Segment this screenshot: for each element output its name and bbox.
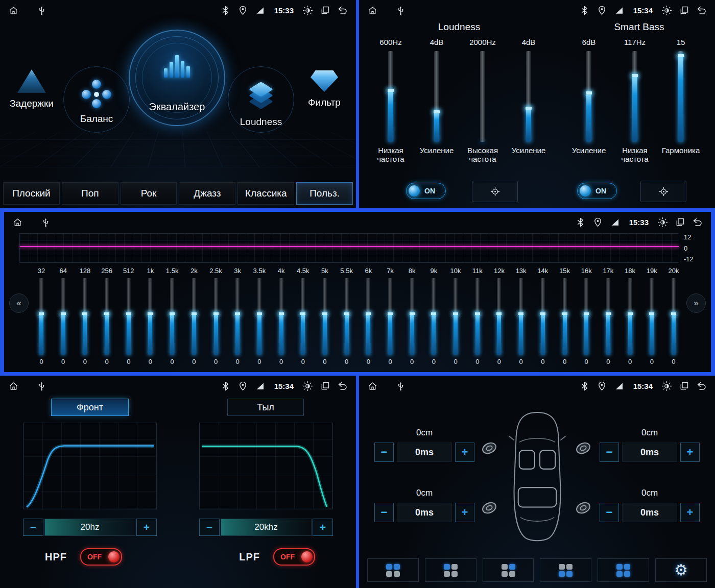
seat-config-button-4[interactable] — [540, 558, 591, 582]
lpf-increase-button[interactable]: + — [313, 519, 333, 536]
tab-rear[interactable]: Тыл — [227, 399, 304, 416]
brightness-icon[interactable] — [661, 5, 672, 16]
recent-apps-icon[interactable] — [679, 5, 689, 16]
band-slider-track[interactable] — [127, 278, 131, 355]
preset-tab-rock[interactable]: Рок — [121, 182, 177, 205]
back-icon[interactable] — [337, 5, 348, 16]
slider-track[interactable] — [434, 51, 439, 142]
band-slider-track[interactable] — [454, 278, 458, 355]
preset-tab-pop[interactable]: Поп — [62, 182, 118, 205]
hpf-decrease-button[interactable]: − — [23, 519, 43, 536]
band-slider-track[interactable] — [519, 278, 523, 355]
band-slider-track[interactable] — [432, 278, 436, 355]
slider-track[interactable] — [526, 51, 531, 142]
brightness-icon[interactable] — [302, 5, 313, 16]
delay-settings-button[interactable]: ⚙ — [655, 558, 707, 582]
recent-apps-icon[interactable] — [679, 381, 689, 391]
smartbass-tune-button[interactable] — [640, 181, 686, 202]
slider-label: Усиление — [572, 146, 606, 164]
lpf-off-toggle[interactable]: OFF — [273, 548, 315, 566]
preset-tab-flat[interactable]: Плоский — [3, 182, 60, 205]
preset-tab-user[interactable]: Польз. — [296, 182, 353, 205]
lpf-value-bar[interactable]: 20khz — [221, 519, 312, 536]
seat-config-button-5[interactable] — [598, 558, 649, 582]
loudness-on-toggle[interactable]: ON — [406, 183, 446, 199]
decrease-button[interactable]: − — [374, 503, 394, 522]
home-icon[interactable] — [12, 217, 23, 228]
band-slider-track[interactable] — [541, 278, 545, 355]
back-icon[interactable] — [692, 217, 703, 228]
band-slider-track[interactable] — [83, 278, 87, 355]
recent-apps-icon[interactable] — [320, 381, 330, 391]
band-slider-track[interactable] — [148, 278, 152, 355]
band-slider-track[interactable] — [563, 278, 567, 355]
seat-config-button-2[interactable] — [425, 558, 476, 582]
band-slider-track[interactable] — [323, 278, 327, 355]
band-value: 0 — [323, 358, 326, 365]
smartbass-on-toggle[interactable]: ON — [577, 183, 617, 199]
increase-button[interactable]: + — [680, 443, 700, 462]
band-slider-track[interactable] — [366, 278, 370, 355]
band-slider-track[interactable] — [650, 278, 654, 355]
band-slider-track[interactable] — [170, 278, 174, 355]
band-slider-track[interactable] — [214, 278, 218, 355]
home-icon[interactable] — [367, 5, 378, 16]
slider-track[interactable] — [388, 51, 393, 142]
back-icon[interactable] — [696, 381, 707, 391]
band-slider-track[interactable] — [235, 278, 240, 355]
home-icon[interactable] — [367, 381, 378, 391]
band-slider-track[interactable] — [192, 278, 196, 355]
next-page-button[interactable]: » — [686, 293, 706, 313]
band-slider-track[interactable] — [475, 278, 480, 355]
menu-item-filter[interactable]: Фильтр — [298, 68, 350, 108]
loudness-tune-button[interactable] — [472, 181, 518, 202]
brightness-icon[interactable] — [661, 381, 672, 391]
decrease-button[interactable]: − — [374, 443, 394, 462]
preset-tab-classic[interactable]: Классика — [237, 182, 294, 205]
recent-apps-icon[interactable] — [675, 217, 685, 228]
tab-front[interactable]: Фронт — [51, 399, 129, 416]
hpf-off-toggle[interactable]: OFF — [80, 548, 122, 566]
band-slider-track[interactable] — [410, 278, 414, 355]
brightness-icon[interactable] — [657, 217, 668, 228]
slider-track[interactable] — [632, 51, 637, 142]
back-icon[interactable] — [696, 5, 707, 16]
band-slider-track[interactable] — [105, 278, 109, 355]
increase-button[interactable]: + — [455, 443, 474, 462]
recent-apps-icon[interactable] — [320, 5, 330, 16]
increase-button[interactable]: + — [455, 503, 474, 522]
band-slider-track[interactable] — [584, 278, 588, 355]
prev-page-button[interactable]: « — [9, 293, 29, 313]
slider-track[interactable] — [586, 51, 591, 142]
decrease-button[interactable]: − — [600, 503, 619, 522]
band-slider-track[interactable] — [628, 278, 632, 355]
band-slider-track[interactable] — [61, 278, 65, 355]
menu-item-equalizer-selected[interactable]: Эквалайзер — [130, 30, 224, 126]
home-icon[interactable] — [8, 381, 19, 391]
band-slider-track[interactable] — [279, 278, 283, 355]
seat-config-button-1[interactable] — [367, 558, 419, 582]
increase-button[interactable]: + — [680, 503, 700, 522]
slider-track[interactable] — [678, 51, 683, 142]
back-icon[interactable] — [337, 381, 348, 391]
hpf-value-bar[interactable]: 20hz — [44, 519, 135, 536]
lpf-decrease-button[interactable]: − — [199, 519, 220, 536]
band-slider-track[interactable] — [497, 278, 501, 355]
band-slider-track[interactable] — [301, 278, 305, 355]
preset-tab-jazz[interactable]: Джазз — [179, 182, 235, 205]
seat-config-button-3[interactable] — [483, 558, 534, 582]
slider-track[interactable] — [480, 51, 485, 142]
band-slider-track[interactable] — [345, 278, 349, 355]
brightness-icon[interactable] — [302, 381, 313, 391]
band-slider-track[interactable] — [388, 278, 392, 355]
band-slider-track[interactable] — [672, 278, 676, 355]
home-icon[interactable] — [8, 5, 19, 16]
decrease-button[interactable]: − — [600, 443, 619, 462]
band-slider-track[interactable] — [257, 278, 261, 355]
hpf-increase-button[interactable]: + — [136, 519, 157, 536]
menu-item-loudness[interactable]: Loudness — [229, 80, 293, 128]
menu-item-delays[interactable]: Задержки — [5, 69, 58, 109]
band-slider-track[interactable] — [606, 278, 610, 355]
menu-item-balance[interactable]: Баланс — [64, 80, 129, 125]
band-slider-track[interactable] — [39, 278, 43, 355]
